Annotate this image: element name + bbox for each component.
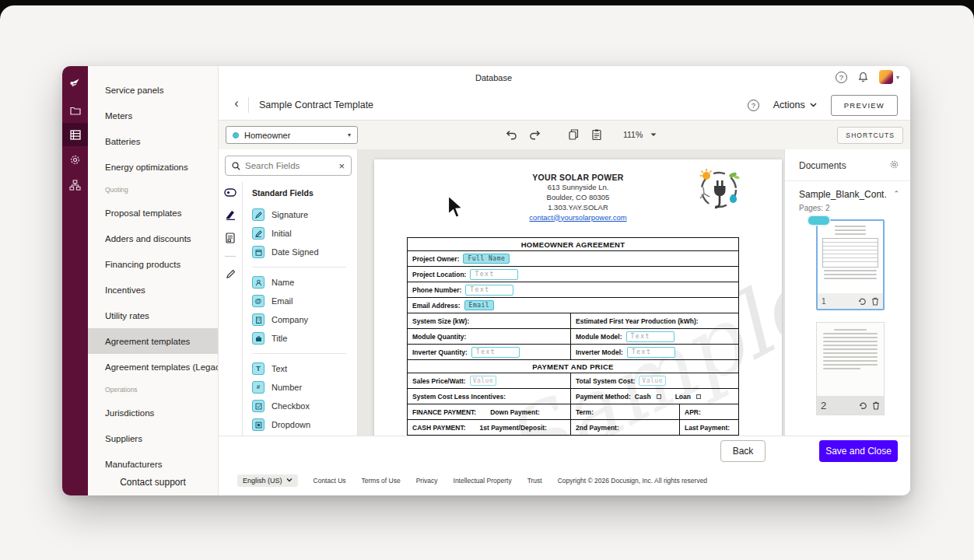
sidebar-item-manufacturers[interactable]: Manufacturers [88, 451, 218, 477]
sidebar-item-energy-optimizations[interactable]: Energy optimizations [88, 154, 218, 180]
zoom-caret-icon[interactable] [650, 133, 657, 137]
search-fields-box[interactable]: × [225, 156, 352, 176]
pages-count: Pages: 2 [799, 204, 829, 212]
redo-icon[interactable] [527, 127, 542, 142]
save-and-close-button[interactable]: Save and Close [819, 440, 898, 462]
sidebar-item-suppliers[interactable]: Suppliers [88, 425, 218, 451]
copy-icon[interactable] [566, 127, 581, 142]
intellectual-property-link[interactable]: Intellectual Property [454, 477, 512, 485]
full-name-field-chip[interactable]: Full Name [463, 254, 510, 264]
recipient-select[interactable]: Homeowner ▾ [226, 126, 358, 144]
payment-and-price-title: PAYMENT AND PRICE [408, 360, 738, 373]
field-item-number[interactable]: # Number [252, 378, 357, 397]
help-icon[interactable]: ? [836, 72, 847, 83]
main-area: Database ? ▾ ‹ Sample Contract Template [219, 66, 910, 495]
finance-payment-label: FINANCE PAYMENT: [412, 408, 476, 416]
sidebar-item-utility-rates[interactable]: Utility rates [88, 303, 218, 328]
value-field-box[interactable]: Value [470, 376, 497, 386]
text-field-box[interactable]: Text [465, 285, 513, 296]
field-item-dropdown[interactable]: Dropdown [252, 415, 357, 434]
briefcase-icon [252, 332, 265, 345]
sidebar-item-meters[interactable]: Meters [88, 103, 218, 128]
sidebar-item-proposal-templates[interactable]: Proposal templates [88, 200, 218, 226]
delete-page-icon[interactable] [871, 297, 879, 306]
email-address-label: Email Address: [412, 302, 461, 310]
folder-icon[interactable] [62, 99, 88, 122]
undo-icon[interactable] [503, 127, 519, 142]
documents-settings-gear-icon[interactable] [889, 159, 899, 170]
delete-page-icon[interactable] [872, 401, 880, 410]
notifications-bell-icon[interactable] [858, 72, 868, 82]
shortcuts-button[interactable]: SHORTCUTS [837, 127, 903, 144]
sales-price-label: Sales Price/Watt: [412, 377, 466, 385]
top-bar: Database ? ▾ [219, 66, 910, 89]
cash-payment-label: CASH PAYMENT: [412, 424, 465, 432]
sidebar-item-incentives[interactable]: Incentives [88, 277, 218, 303]
document-page[interactable]: Sample YOUR SOLAR POWER 613 Sunnyside Ln… [374, 159, 782, 436]
avatar-caret-icon[interactable]: ▾ [896, 74, 899, 81]
field-item-checkbox[interactable]: Checkbox [252, 397, 357, 415]
field-item-title[interactable]: Title [252, 329, 357, 348]
text-field-box[interactable]: Text [626, 331, 674, 342]
preview-button[interactable]: PREVIEW [831, 95, 898, 116]
cash-label: Cash [635, 393, 651, 401]
sidebar-item-adders-discounts[interactable]: Adders and discounts [88, 226, 218, 251]
sidebar-item-service-panels[interactable]: Service panels [88, 77, 218, 103]
total-system-cost-label: Total System Cost: [576, 377, 635, 385]
back-button[interactable]: Back [720, 440, 766, 462]
sidebar-item-jurisdictions[interactable]: Jurisdictions [88, 400, 218, 425]
sidebar-item-agreement-templates-legacy[interactable]: Agreement templates (Legac… [88, 354, 218, 380]
user-avatar[interactable] [879, 70, 893, 84]
trust-link[interactable]: Trust [527, 477, 542, 485]
templates-icon[interactable] [62, 123, 88, 146]
language-select[interactable]: English (US) [237, 474, 298, 487]
field-item-email[interactable]: @ Email [252, 292, 357, 310]
module-quantity-label: Module Quantity: [408, 329, 571, 344]
paste-icon[interactable] [589, 127, 604, 142]
clear-search-icon[interactable]: × [338, 160, 345, 172]
value-field-box[interactable]: Value [639, 376, 666, 386]
field-item-initial[interactable]: Initial [252, 224, 357, 243]
sidebar: Service panels Meters Batteries Energy o… [88, 66, 219, 495]
text-field-box[interactable]: Text [627, 347, 675, 358]
field-item-company[interactable]: Company [252, 310, 357, 329]
email-field-chip[interactable]: Email [464, 300, 495, 310]
org-hierarchy-icon[interactable] [62, 173, 88, 197]
project-location-label: Project Location: [412, 271, 466, 278]
sidebar-item-financing-products[interactable]: Financing products [88, 251, 218, 277]
back-chevron-icon[interactable]: ‹ [229, 96, 243, 111]
field-item-name[interactable]: Name [252, 273, 357, 292]
cash-checkbox[interactable] [657, 394, 661, 399]
field-item-date-signed[interactable]: Date Signed [252, 243, 357, 261]
contact-us-link[interactable]: Contact Us [314, 477, 346, 485]
document-name[interactable]: Sample_Blank_Cont… [799, 189, 886, 200]
signature-stamp-icon[interactable] [225, 209, 236, 220]
search-fields-input[interactable] [245, 161, 334, 170]
standard-fields-tab-icon[interactable] [224, 188, 236, 197]
sidebar-item-batteries[interactable]: Batteries [88, 128, 218, 154]
page-thumbnail-2[interactable]: 2 [816, 322, 885, 415]
sidebar-item-agreement-templates[interactable]: Agreement templates [88, 328, 218, 354]
form-page-icon[interactable] [226, 233, 235, 243]
app-window: Service panels Meters Batteries Energy o… [62, 66, 910, 495]
page-thumbnail-1[interactable]: 1 [816, 219, 885, 310]
contact-support-link[interactable]: Contact support [88, 477, 218, 488]
pencil-icon[interactable] [226, 269, 236, 279]
actions-menu[interactable]: Actions [773, 100, 817, 110]
loan-checkbox[interactable] [696, 394, 701, 399]
text-field-box[interactable]: Text [471, 347, 520, 358]
field-item-signature[interactable]: Signature [252, 205, 357, 224]
collapse-chevron-icon[interactable]: ⌃ [893, 190, 899, 198]
divider [252, 267, 346, 268]
document-canvas[interactable]: Sample YOUR SOLAR POWER 613 Sunnyside Ln… [358, 149, 784, 436]
text-field-box[interactable]: Text [470, 269, 518, 280]
zoom-level[interactable]: 111% [623, 130, 643, 139]
privacy-link[interactable]: Privacy [416, 477, 438, 485]
divider [248, 97, 249, 113]
rotate-page-icon[interactable] [859, 401, 867, 409]
editor-help-icon[interactable]: ? [748, 100, 759, 111]
terms-of-use-link[interactable]: Terms of Use [362, 477, 401, 485]
field-item-text[interactable]: T Text [252, 359, 357, 378]
rotate-page-icon[interactable] [858, 297, 867, 305]
settings-gear-icon[interactable] [62, 148, 88, 171]
